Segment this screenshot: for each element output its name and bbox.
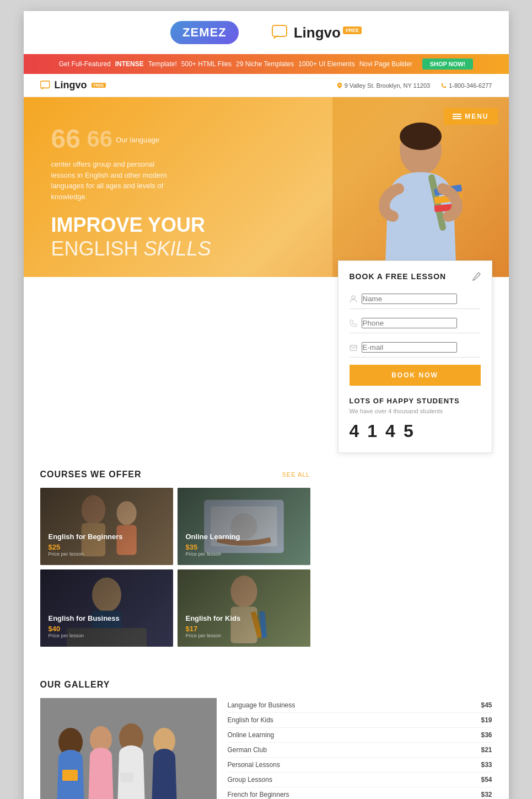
course-list-item: Online Learning$36 [228,728,492,743]
course-list-item: English for Kids$19 [228,713,492,728]
course-card-4[interactable]: English for Kids $17 Price per lesson [178,569,310,647]
menu-icon [453,113,461,120]
course-price-4: $17 [186,625,302,633]
course-card-2-overlay: Online Learning $35 Price per lesson [178,488,310,565]
right-spacer [327,453,492,647]
course-list-item: Personal Lessons$33 [228,758,492,773]
zemez-logo[interactable]: ZEMEZ [170,21,239,44]
book-form-title: BOOK A FREE LESSON [350,272,447,281]
course-name-3: English for Business [49,614,165,622]
promo-banner: Get Full-Featured INTENSE Template! 500+… [24,54,509,74]
header-chat-icon [40,81,51,90]
course-card-3-overlay: English for Business $40 Price per lesso… [40,569,173,647]
course-list-name: English for Kids [228,716,273,724]
course-list-name: Personal Lessons [228,761,280,769]
quote-number: 66 [87,126,113,152]
header-phone: 1-800-346-6277 [441,82,492,89]
email-icon [350,344,357,351]
promo-text2: Template! [148,60,177,68]
promo-intense: INTENSE [115,60,144,68]
course-card-1[interactable]: English for Beginners $25 Price per less… [40,488,173,565]
course-list-price: $32 [481,791,492,798]
course-name-4: English for Kids [186,614,302,622]
course-price-1: $25 [49,543,165,551]
email-field [350,338,481,358]
branding-bar: ZEMEZ LingvoFREE [24,11,509,54]
svg-point-11 [352,296,355,299]
promo-stat2: 29 Niche Templates [236,60,294,68]
course-list-name: Online Learning [228,731,275,739]
gallery-grid: Language for Business$45English for Kids… [40,698,492,799]
course-card-4-overlay: English for Kids $17 Price per lesson [178,569,310,647]
course-price-3: $40 [49,625,165,633]
site-header: Lingvo FREE 9 Valley St. Brooklyn, NY 11… [24,74,509,97]
pencil-icon [472,272,481,281]
hero-content: 66Our language center offers group and p… [24,97,332,277]
svg-rect-0 [272,25,287,36]
course-list-item: German Club$21 [228,743,492,758]
svg-rect-1 [40,81,49,88]
lingvo-logo-text: LingvoFREE [294,24,362,41]
gallery-left [40,698,217,799]
book-form-wrapper: BOOK A FREE LESSON [24,277,509,453]
menu-button[interactable]: MENU [444,108,497,125]
course-name-1: English for Beginners [49,532,165,541]
hero-title: IMPROVE YOUR ENGLISH SKILLS [51,213,316,260]
count-digit-1: 4 [350,421,359,441]
course-list: Language for Business$45English for Kids… [228,698,492,799]
course-list-name: Language for Business [228,701,295,709]
svg-point-2 [338,84,340,86]
promo-stat1: 500+ HTML Files [181,60,232,68]
header-info: 9 Valley St. Brooklyn, NY 11203 1-800-34… [337,82,492,89]
gallery-section: OUR GALLERY [24,669,509,799]
courses-grid: English for Beginners $25 Price per less… [40,488,310,647]
course-list-item: Language for Business$45 [228,698,492,713]
course-list-price: $54 [481,776,492,784]
content-grid: COURSES WE OFFER SEE ALL [24,453,509,669]
happy-students-title: LOTS OF HAPPY STUDENTS [350,397,481,405]
promo-stat4: Novi Page Builder [359,60,412,68]
svg-point-4 [400,122,442,150]
courses-title: COURSES WE OFFER [40,470,142,480]
name-input[interactable] [362,294,457,304]
see-all-link[interactable]: SEE ALL [282,471,310,478]
phone-input[interactable] [362,318,457,328]
course-list-name: French for Beginners [228,791,289,798]
course-card-2[interactable]: Online Learning $35 Price per lesson [178,488,310,565]
course-list-price: $19 [481,716,492,724]
course-list-price: $36 [481,731,492,739]
hero-wrapper: 66Our language center offers group and p… [24,97,509,453]
course-list-price: $33 [481,761,492,769]
count-digit-4: 5 [404,421,413,441]
hero-person-figure [349,117,492,277]
course-price-label-3: Price per lesson [49,633,165,638]
svg-rect-37 [120,773,133,782]
course-price-label-4: Price per lesson [186,633,302,638]
course-list-price: $21 [481,746,492,754]
gallery-main-image[interactable] [40,698,217,799]
book-now-button[interactable]: BOOK NOW [350,365,481,386]
course-name-2: Online Learning [186,532,302,541]
hero-quote: 66Our language center offers group and p… [51,119,173,202]
course-price-2: $35 [186,543,302,551]
location-icon [337,82,342,89]
course-list-name: Group Lessons [228,776,272,784]
course-price-label-1: Price per lesson [49,551,165,557]
course-card-1-overlay: English for Beginners $25 Price per less… [40,488,173,565]
free-badge: FREE [343,26,362,34]
promo-text: Get Full-Featured [59,60,111,68]
courses-section-header: COURSES WE OFFER SEE ALL [40,453,310,488]
email-input[interactable] [362,342,457,353]
shop-now-button[interactable]: SHOP NOW! [422,58,474,70]
book-form: BOOK A FREE LESSON [338,260,492,453]
course-card-3[interactable]: English for Business $40 Price per lesso… [40,569,173,647]
svg-rect-36 [62,770,78,781]
lingvo-logo: LingvoFREE [272,24,362,41]
gallery-main-svg [40,698,217,799]
page-wrapper: ZEMEZ LingvoFREE Get Full-Featured INTEN… [0,0,532,799]
hero-section: 66Our language center offers group and p… [24,97,509,277]
count-digit-2: 1 [367,421,377,441]
book-form-header: BOOK A FREE LESSON [350,272,481,281]
course-price-label-2: Price per lesson [186,551,302,557]
count-digit-3: 4 [385,421,395,441]
